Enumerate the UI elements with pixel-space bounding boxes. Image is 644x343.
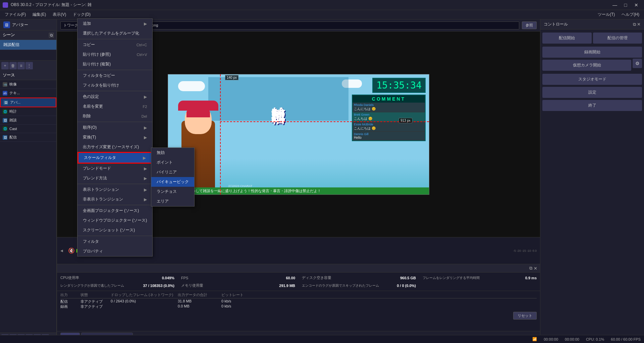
fps-display: 60.00 / 60.00 FPS bbox=[611, 337, 641, 341]
source-item-cast[interactable]: 🌐 Cast bbox=[0, 125, 56, 133]
submenu-bilinear[interactable]: バイリニア bbox=[151, 167, 194, 177]
ctx-filter-paste[interactable]: フィルタを貼り付け bbox=[77, 80, 152, 90]
network-icon: 📶 bbox=[532, 337, 537, 341]
stream-time: 00:00:00 bbox=[544, 337, 558, 341]
ctx-blend-mode[interactable]: ブレンドモード ▶ bbox=[77, 164, 152, 173]
menu-dock[interactable]: ドック(D) bbox=[69, 10, 94, 19]
ctx-group[interactable]: 選択したアイテムをグループ化 bbox=[77, 28, 152, 38]
ctx-window-proj[interactable]: ウィンドウプロジェクター (ソース) bbox=[77, 216, 152, 225]
submenu-area[interactable]: エリア bbox=[151, 196, 194, 206]
sources-panel: ソース 📹 映像 ab テキ... 🖼 アバ... 🌐 時計 bbox=[0, 71, 57, 343]
controls-panel: コントロール ⧉ ✕ 配信開始 配信の管理 録画開始 仮想カメラ開始 ⚙ スタジ… bbox=[540, 19, 644, 343]
ctx-properties[interactable]: プロパティ bbox=[77, 246, 152, 256]
output-header-row: 出力 状態 ドロップしたフレーム (ネットワーク) 出力データの合計 ビットレー… bbox=[60, 292, 537, 298]
source-item-clock[interactable]: 🌐 時計 bbox=[0, 107, 56, 116]
manage-stream-button[interactable]: 配信の管理 bbox=[593, 33, 642, 44]
start-stream-button[interactable]: 配信開始 bbox=[542, 33, 592, 44]
source-item-video[interactable]: 📹 映像 bbox=[0, 80, 56, 89]
source-avatar-label: アバ... bbox=[10, 100, 20, 105]
stats-float-button[interactable]: ⧉ bbox=[529, 266, 532, 271]
vcam-settings-button[interactable]: ⚙ bbox=[633, 59, 642, 68]
ctx-resize[interactable]: 出力サイズ変更 (ソースサイズ) bbox=[77, 142, 152, 152]
menu-file[interactable]: ファイル(F) bbox=[1, 10, 29, 19]
ctx-rename[interactable]: 名前を変更 F2 bbox=[77, 102, 152, 111]
source-item-avatar[interactable]: 🖼 アバ... bbox=[0, 98, 56, 107]
submenu-bicubic[interactable]: バイキュービック bbox=[151, 177, 194, 187]
audio-mute-button[interactable]: 🔇 bbox=[68, 247, 75, 254]
comment-item-1: Rhoda Daniels こんにちは 😊 bbox=[353, 103, 425, 112]
menu-help[interactable]: ヘルプ(H) bbox=[618, 10, 643, 19]
stat-render-lag: レンダリングラグが原因で逃したフレーム 37 / 108353 (0.0%) bbox=[60, 282, 174, 289]
comment-item-4: Dennis Gill Hello bbox=[353, 132, 425, 140]
ctx-fullscreen-proj[interactable]: 全画面プロジェクター (ソース) bbox=[77, 206, 152, 216]
ctx-filter[interactable]: フィルタ bbox=[77, 237, 152, 246]
ctx-screenshot[interactable]: スクリーンショット (ソース) bbox=[77, 225, 152, 235]
scene-item-zatsudan[interactable]: 雑談配信 bbox=[0, 40, 56, 50]
maximize-button[interactable]: □ bbox=[621, 2, 631, 8]
stats-content: CPU使用率 0.049% FPS 60.00 ディスク空き容量 960.5 G… bbox=[57, 273, 540, 291]
stats-close-button[interactable]: ✕ bbox=[534, 266, 537, 271]
cloud-1 bbox=[178, 81, 205, 91]
ctx-show-trans[interactable]: 表示トランジション ▶ bbox=[77, 185, 152, 194]
menu-tools[interactable]: ツール(T) bbox=[594, 10, 618, 19]
ctx-color[interactable]: 色の設定 ▶ bbox=[77, 92, 152, 102]
submenu-none[interactable]: 無効 bbox=[151, 148, 194, 158]
comment-item-2: Brett Green こんちは 😊 bbox=[353, 112, 425, 122]
scene-list-button[interactable]: ≡ bbox=[17, 62, 25, 69]
menu-bar: ファイル(F) 編集(E) 表示(V) ドック(D) ツール(T) ヘルプ(H) bbox=[0, 10, 644, 19]
ctx-sep-4 bbox=[77, 122, 152, 122]
scene-add-button[interactable]: + bbox=[1, 62, 9, 69]
ctx-order[interactable]: 順序(O) ▶ bbox=[77, 123, 152, 132]
ctx-transform[interactable]: 変換(T) ▶ bbox=[77, 132, 152, 142]
reset-button[interactable]: リセット bbox=[513, 312, 537, 320]
ctx-filter-copy[interactable]: フィルタをコピー bbox=[77, 71, 152, 80]
source-zatsutan-label: 雑談 bbox=[9, 118, 17, 123]
scenes-copy-icon[interactable]: ⧉ bbox=[49, 33, 54, 38]
start-record-button[interactable]: 録画開始 bbox=[542, 47, 642, 58]
controls-content: 配信開始 配信の管理 録画開始 仮想カメラ開始 ⚙ スタジオモード 設定 終了 bbox=[540, 30, 644, 343]
submenu-lanczos[interactable]: ランチョス bbox=[151, 187, 194, 196]
source-item-zatsutan[interactable]: 🖼 雑談 bbox=[0, 116, 56, 125]
ctx-copy[interactable]: コピー Ctrl+C bbox=[77, 40, 152, 50]
status-bar: 📶 00:00:00 00:00:00 CPU: 0.1% 60.00 / 60… bbox=[0, 335, 644, 343]
start-vcam-button[interactable]: 仮想カメラ開始 bbox=[542, 60, 631, 71]
ctx-add[interactable]: 追加 ▶ bbox=[77, 19, 152, 28]
scene-settings-button[interactable]: ⋮ bbox=[25, 62, 33, 69]
controls-header-actions: ⧉ ✕ bbox=[633, 22, 641, 27]
ctx-paste-ref[interactable]: 貼り付け (参照) Ctrl+V bbox=[77, 50, 152, 59]
stat-render-time: フレームをレンダリングする平均時間 0.9 ms bbox=[423, 275, 537, 281]
submenu-point[interactable]: ポイント bbox=[151, 158, 194, 167]
ctx-scale-filter[interactable]: スケールフィルタ ▶ bbox=[77, 152, 152, 164]
audio-label: ◀ bbox=[60, 249, 63, 252]
context-menu: 追加 ▶ 選択したアイテムをグループ化 コピー Ctrl+C 貼り付け (参照)… bbox=[77, 18, 153, 256]
stat-memory: メモリ使用量 291.9 MB bbox=[181, 282, 295, 289]
sources-panel-header: ソース bbox=[0, 71, 56, 80]
char-hair-top bbox=[178, 101, 218, 111]
close-button[interactable]: ✕ bbox=[631, 2, 641, 8]
selection-line-v bbox=[220, 74, 221, 194]
ctx-hide-trans[interactable]: 非表示トランジション ▶ bbox=[77, 194, 152, 204]
source-item-haishin[interactable]: 🖼 配信 bbox=[0, 133, 56, 142]
stat-disk: ディスク空き容量 960.5 GB bbox=[302, 275, 416, 281]
controls-close-button[interactable]: ✕ bbox=[637, 22, 641, 27]
menu-edit[interactable]: 編集(E) bbox=[29, 10, 49, 19]
ctx-paste-copy[interactable]: 貼り付け (複製) bbox=[77, 59, 152, 69]
exit-button[interactable]: 終了 bbox=[542, 100, 642, 111]
controls-float-button[interactable]: ⧉ bbox=[633, 22, 636, 27]
source-item-text[interactable]: ab テキ... bbox=[0, 89, 56, 98]
reset-row: リセット bbox=[57, 310, 540, 321]
menu-view[interactable]: 表示(V) bbox=[49, 10, 69, 19]
scene-delete-button[interactable]: 🗑 bbox=[9, 62, 17, 69]
settings-button[interactable]: 設定 bbox=[542, 87, 642, 98]
stats-header-buttons: ⧉ ✕ bbox=[529, 266, 537, 271]
stat-cpu: CPU使用率 0.049% bbox=[60, 275, 174, 281]
ctx-blend-method[interactable]: ブレンド方法 ▶ bbox=[77, 173, 152, 183]
scenes-panel-title: シーン bbox=[3, 32, 15, 38]
studio-mode-button[interactable]: スタジオモード bbox=[542, 74, 642, 85]
source-text-icon: ab bbox=[3, 91, 7, 96]
ctx-delete[interactable]: 削除 Del bbox=[77, 111, 152, 121]
selection-line-h bbox=[220, 121, 429, 122]
minimize-button[interactable]: — bbox=[610, 2, 620, 8]
output-row-record: 録画 非アクティブ 0.0 MB 0 kb/s bbox=[60, 304, 537, 309]
ref-button[interactable]: 参照 bbox=[522, 21, 537, 29]
